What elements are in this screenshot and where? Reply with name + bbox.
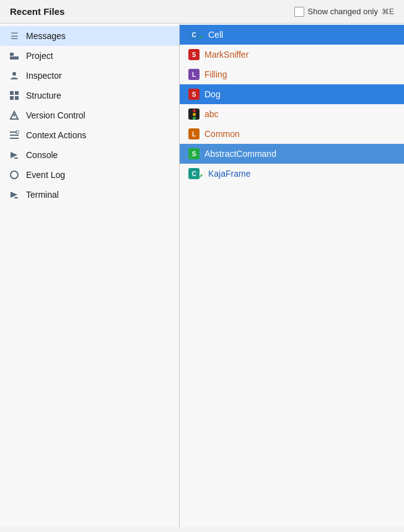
messages-icon: ☰: [9, 30, 20, 42]
structure-icon: [9, 90, 20, 101]
sidebar-item-label: Project: [26, 51, 53, 61]
svg-rect-0: [10, 53, 14, 56]
file-item-dog[interactable]: S Dog: [180, 84, 404, 104]
header: Recent Files Show changed only ⌘E: [0, 0, 404, 24]
file-item-abstractcommand[interactable]: S AbstractCommand: [180, 144, 404, 164]
dog-icon: S: [188, 89, 200, 100]
sidebar-item-label: Messages: [26, 31, 66, 41]
sidebar-item-label: Structure: [26, 91, 61, 100]
file-label-dog: Dog: [204, 89, 221, 99]
file-label-abstractcommand: AbstractCommand: [204, 149, 276, 159]
sidebar-item-event-log[interactable]: Event Log: [0, 165, 179, 185]
sidebar-item-inspector[interactable]: Inspector: [0, 66, 179, 86]
sidebar: ☰ Messages Project Inspector: [0, 24, 180, 527]
svg-rect-11: [10, 138, 19, 139]
svg-rect-3: [10, 91, 14, 95]
filling-icon: L: [188, 69, 200, 80]
svg-rect-12: [17, 131, 19, 133]
sidebar-item-label: Inspector: [26, 71, 62, 81]
sidebar-item-label: Context Actions: [26, 130, 86, 140]
project-icon: [9, 50, 20, 61]
svg-rect-10: [10, 135, 19, 136]
sidebar-item-messages[interactable]: ☰ Messages: [0, 26, 179, 46]
sidebar-item-label: Version Control: [26, 110, 86, 120]
svg-rect-6: [15, 96, 19, 100]
show-changed-checkbox[interactable]: [294, 7, 304, 17]
console-icon: [9, 149, 20, 161]
file-list: C ➚ Cell S MarkSniffer L Filling S Dog: [180, 24, 404, 527]
show-changed-area[interactable]: Show changed only ⌘E: [294, 7, 395, 17]
kajaframe-icon: C ➚: [188, 168, 203, 179]
file-label-marksniffer: MarkSniffer: [204, 50, 248, 60]
file-label-kajaframe: KajaFrame: [208, 169, 250, 179]
version-control-icon: [9, 110, 20, 121]
file-label-filling: Filling: [204, 69, 227, 79]
sidebar-item-context-actions[interactable]: Context Actions: [0, 125, 179, 145]
shortcut-label: ⌘E: [382, 7, 394, 16]
sidebar-item-structure[interactable]: Structure: [0, 86, 179, 105]
svg-marker-14: [11, 152, 17, 158]
sidebar-item-label: Console: [26, 150, 58, 160]
sidebar-item-terminal[interactable]: Terminal: [0, 185, 179, 205]
file-label-common: Common: [204, 129, 240, 139]
page-title: Recent Files: [10, 6, 287, 17]
file-item-cell[interactable]: C ➚ Cell: [180, 25, 404, 45]
main-layout: ☰ Messages Project Inspector: [0, 24, 404, 527]
sidebar-item-project[interactable]: Project: [0, 46, 179, 66]
context-actions-icon: [9, 130, 20, 141]
marksniffer-icon: S: [188, 49, 200, 60]
abc-icon: [188, 109, 200, 120]
file-item-common[interactable]: L Common: [180, 124, 404, 144]
cell-icon: C ➚: [188, 29, 203, 40]
inspector-icon: [9, 70, 20, 81]
file-item-kajaframe[interactable]: C ➚ KajaFrame: [180, 164, 404, 184]
svg-point-16: [11, 171, 18, 179]
svg-rect-4: [15, 91, 19, 95]
sidebar-item-label: Terminal: [26, 190, 59, 200]
show-changed-label: Show changed only: [308, 7, 378, 16]
svg-rect-1: [10, 56, 19, 60]
file-label-cell: Cell: [208, 30, 223, 40]
svg-marker-17: [11, 192, 17, 198]
file-item-marksniffer[interactable]: S MarkSniffer: [180, 45, 404, 64]
file-item-abc[interactable]: abc: [180, 104, 404, 124]
svg-point-2: [12, 72, 16, 76]
abstractcommand-icon: S: [188, 148, 200, 159]
file-label-abc: abc: [204, 109, 219, 119]
svg-rect-5: [10, 96, 14, 100]
sidebar-item-label: Event Log: [26, 170, 65, 180]
file-item-filling[interactable]: L Filling: [180, 64, 404, 84]
common-icon: L: [188, 128, 200, 140]
event-log-icon: [9, 169, 20, 180]
sidebar-item-console[interactable]: Console: [0, 145, 179, 165]
sidebar-item-version-control[interactable]: Version Control: [0, 105, 179, 125]
terminal-icon: [9, 189, 20, 200]
